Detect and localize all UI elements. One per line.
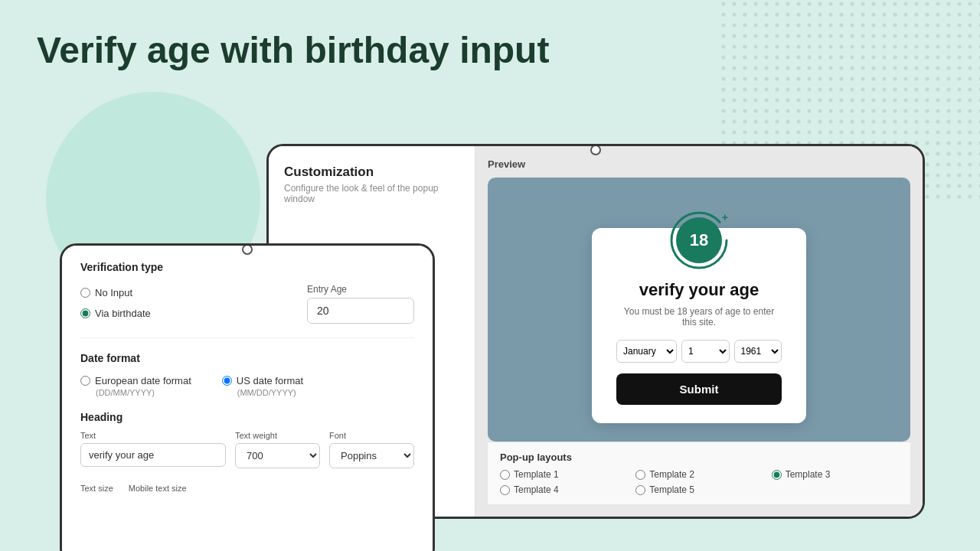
font-label: Font (329, 431, 414, 440)
no-input-label: No Input (95, 287, 132, 298)
us-radio[interactable] (222, 376, 232, 386)
year-select[interactable]: 196119902000 (734, 340, 782, 363)
us-format-option[interactable]: US date format (MM/DD/YYYY) (222, 375, 303, 397)
date-format-title: Date format (80, 352, 414, 364)
customization-subheading: Configure the look & feel of the popup w… (284, 183, 459, 204)
verify-subtitle: You must be 18 years of age to enter thi… (616, 306, 782, 328)
tablet-front-camera (242, 244, 253, 255)
template-2-label: Template 2 (649, 469, 694, 480)
us-label: US date format (237, 375, 303, 386)
text-weight-select[interactable]: 700400600800 (235, 443, 320, 468)
preview-panel: Preview 18 + (475, 146, 923, 517)
template-2-option[interactable]: Template 2 (635, 469, 762, 480)
plus-icon: + (722, 211, 728, 223)
entry-age-input[interactable] (307, 298, 414, 324)
via-birthdate-option[interactable]: Via birthdate (80, 308, 151, 319)
mobile-text-size-label: Mobile text size (129, 484, 187, 493)
heading-section-title: Heading (80, 411, 414, 423)
text-weight-field-group: Text weight 700400600800 (235, 431, 320, 468)
via-birthdate-label: Via birthdate (95, 308, 151, 319)
verification-type-title: Verification type (80, 261, 414, 273)
via-birthdate-radio[interactable] (80, 308, 90, 318)
svg-text:18: 18 (690, 230, 708, 249)
template-5-label: Template 5 (649, 484, 694, 495)
european-radio[interactable] (80, 376, 90, 386)
us-sublabel: (MM/DD/YYYY) (237, 388, 303, 397)
template-4-option[interactable]: Template 4 (500, 484, 626, 495)
date-format-section: Date format European date format (DD/MM/… (80, 352, 414, 397)
template-1-option[interactable]: Template 1 (500, 469, 626, 480)
entry-age-label: Entry Age (307, 284, 414, 295)
text-size-label: Text size (80, 484, 113, 493)
page-title: Verify age with birthday input (37, 29, 549, 71)
european-sublabel: (DD/MM/YYYY) (96, 388, 191, 397)
layout-options: Template 1 Template 2 Template 3 Templat… (500, 469, 898, 495)
no-input-option[interactable]: No Input (80, 287, 151, 298)
date-selects[interactable]: JanuaryFebruaryMarch 1215 196119902000 (616, 340, 782, 363)
template-1-label: Template 1 (514, 469, 559, 480)
popup-layouts-title: Pop-up layouts (500, 452, 898, 463)
template-5-radio[interactable] (635, 485, 645, 495)
verification-row: No Input Via birthdate Entry Age (80, 284, 414, 338)
font-select[interactable]: PoppinsArialGeorgia (329, 443, 414, 468)
age-badge-ring: 18 (668, 210, 730, 271)
text-weight-label: Text weight (235, 431, 320, 440)
age-card: 18 + verify your age You must be 18 year… (592, 228, 806, 423)
template-3-radio[interactable] (772, 470, 782, 480)
tablet-front: Verification type No Input Via birthdate… (60, 243, 435, 551)
template-2-radio[interactable] (635, 470, 645, 480)
preview-content: 18 + verify your age You must be 18 year… (488, 178, 910, 442)
european-label: European date format (95, 375, 191, 386)
heading-fields: Text Text weight 700400600800 Font Poppi… (80, 431, 414, 468)
date-format-row: European date format (DD/MM/YYYY) US dat… (80, 375, 414, 397)
template-3-label: Template 3 (786, 469, 831, 480)
heading-section: Heading Text Text weight 700400600800 Fo… (80, 411, 414, 493)
european-format-option[interactable]: European date format (DD/MM/YYYY) (80, 375, 191, 397)
template-5-option[interactable]: Template 5 (635, 484, 762, 495)
day-select[interactable]: 1215 (681, 340, 730, 363)
text-field-input[interactable] (80, 443, 226, 467)
front-content: Verification type No Input Via birthdate… (62, 246, 433, 551)
month-select[interactable]: JanuaryFebruaryMarch (616, 340, 677, 363)
template-3-option[interactable]: Template 3 (772, 469, 898, 480)
template-4-label: Template 4 (514, 484, 559, 495)
customization-heading: Customization (284, 165, 459, 180)
text-field-group: Text (80, 431, 226, 468)
text-field-label: Text (80, 431, 226, 440)
submit-button[interactable]: Submit (616, 373, 782, 405)
verify-title: verify your age (616, 280, 782, 300)
popup-layouts-section: Pop-up layouts Template 1 Template 2 Tem… (488, 442, 910, 504)
tablet-back-camera (590, 145, 601, 155)
no-input-radio[interactable] (80, 288, 90, 298)
preview-label: Preview (488, 158, 910, 170)
template-1-radio[interactable] (500, 470, 510, 480)
template-4-radio[interactable] (500, 485, 510, 495)
font-field-group: Font PoppinsArialGeorgia (329, 431, 414, 468)
